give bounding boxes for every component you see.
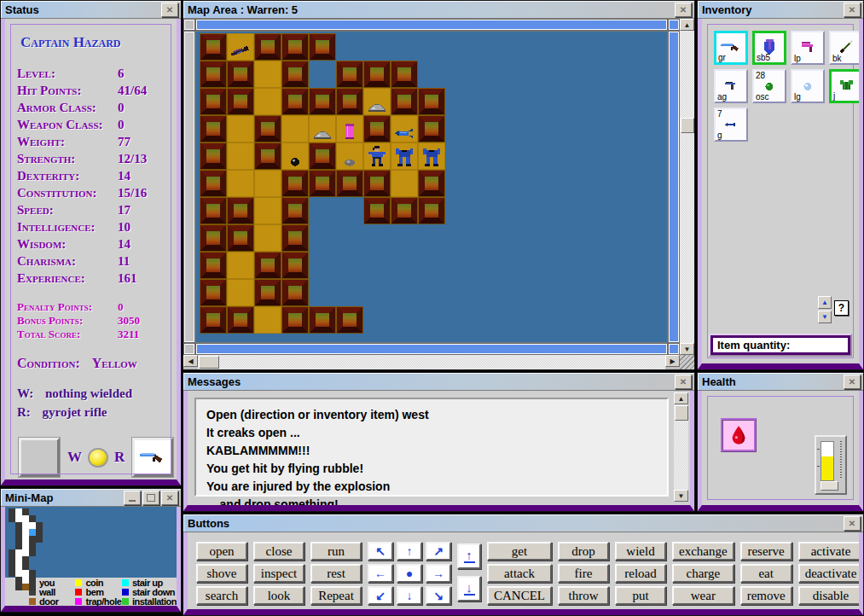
close-icon[interactable]: ✕ bbox=[844, 375, 861, 389]
hscroll-thumb[interactable] bbox=[199, 356, 219, 369]
map-hscrollbar[interactable]: ◀ ▶ bbox=[183, 355, 680, 369]
move-sw-button[interactable]: ↙ bbox=[368, 586, 393, 605]
scroll-down-icon[interactable]: ▼ bbox=[680, 343, 694, 355]
close-icon[interactable]: ✕ bbox=[844, 516, 861, 531]
move-w-button[interactable]: ← bbox=[368, 564, 393, 583]
messages-scrollbar[interactable]: ▲ ▼ bbox=[674, 392, 688, 502]
map-entity-powersuit bbox=[391, 142, 418, 170]
command-button-open[interactable]: open bbox=[196, 542, 247, 561]
vscroll-thumb[interactable] bbox=[681, 118, 694, 133]
buttons-window: Buttons ✕ openshovesearchcloseinspectloo… bbox=[183, 514, 864, 616]
inventory-slot-gr[interactable]: gr bbox=[714, 31, 748, 65]
map-vscrollbar[interactable] bbox=[680, 31, 694, 343]
minimap-window: Mini-Map ✕ youwalldoorcoinbemtrap/holest… bbox=[0, 488, 182, 613]
ready-slot[interactable] bbox=[132, 438, 173, 477]
move-ne-button[interactable]: ↗ bbox=[426, 542, 451, 561]
move-e-button[interactable]: → bbox=[426, 564, 451, 583]
command-button-charge[interactable]: charge bbox=[672, 564, 734, 583]
command-button-get[interactable]: get bbox=[487, 542, 552, 561]
command-button-repeat[interactable]: Repeat bbox=[310, 586, 362, 605]
scroll-left-icon[interactable]: ◀ bbox=[183, 355, 198, 367]
slot-count: 7 bbox=[717, 109, 722, 119]
inventory-slot-lp[interactable]: lp bbox=[791, 31, 825, 65]
vscroll-thumb[interactable] bbox=[675, 405, 688, 421]
close-icon[interactable]: ✕ bbox=[675, 3, 692, 17]
command-button-attack[interactable]: attack bbox=[487, 564, 552, 583]
inventory-slot-bk[interactable]: bk bbox=[829, 31, 863, 65]
scroll-down-icon[interactable]: ▼ bbox=[674, 490, 688, 502]
stat-label: Dexterity: bbox=[17, 169, 118, 186]
inventory-scroll-down-icon[interactable]: ▼ bbox=[818, 311, 832, 323]
inventory-slot-lg[interactable]: lg bbox=[791, 69, 825, 103]
command-button-reload[interactable]: reload bbox=[615, 564, 666, 583]
slot-label: lp bbox=[794, 54, 801, 63]
map-left-indicator[interactable] bbox=[184, 32, 194, 342]
scroll-up-icon[interactable]: ▲ bbox=[680, 19, 694, 31]
item-quantity-input[interactable]: Item quantity: bbox=[712, 337, 849, 353]
minimap-canvas[interactable] bbox=[5, 507, 177, 578]
command-button-wear[interactable]: wear bbox=[672, 586, 734, 605]
health-gauge-button[interactable] bbox=[821, 481, 838, 491]
command-button-cancel[interactable]: CANCEL bbox=[487, 586, 552, 605]
map-bottom-indicator[interactable] bbox=[196, 344, 667, 354]
move-nw-button[interactable]: ↖ bbox=[368, 542, 393, 561]
command-button-put[interactable]: put bbox=[615, 586, 666, 605]
map-tile-wall bbox=[391, 197, 418, 224]
inventory-slot-ag[interactable]: ag bbox=[714, 69, 748, 103]
legend-item: bem bbox=[75, 587, 121, 596]
command-button-deactivate[interactable]: deactivate bbox=[798, 564, 863, 583]
inventory-slot-g[interactable]: 7g bbox=[714, 108, 748, 142]
close-icon[interactable]: ✕ bbox=[161, 3, 178, 17]
scroll-right-icon[interactable]: ▶ bbox=[665, 355, 680, 367]
message-line: KABLAMMMMM!!! bbox=[206, 442, 657, 460]
command-button-exchange[interactable]: exchange bbox=[672, 542, 734, 561]
move-center-button[interactable]: ● bbox=[397, 564, 422, 583]
map-right-indicator[interactable] bbox=[669, 32, 679, 342]
command-button-activate[interactable]: activate bbox=[798, 542, 863, 561]
health-gauge[interactable] bbox=[815, 435, 847, 495]
command-button-search[interactable]: search bbox=[196, 586, 247, 605]
wielded-slot[interactable] bbox=[19, 438, 60, 477]
slot-label: lg bbox=[794, 92, 801, 102]
command-button-throw[interactable]: throw bbox=[558, 586, 609, 605]
minimize-icon[interactable] bbox=[124, 491, 141, 505]
command-button-drop[interactable]: drop bbox=[558, 542, 609, 561]
map-top-indicator[interactable] bbox=[196, 20, 667, 30]
inventory-scroll-up-icon[interactable]: ▲ bbox=[818, 296, 832, 309]
move-n-button[interactable]: ↑ bbox=[397, 542, 422, 561]
map-entity-powersuit bbox=[418, 142, 445, 170]
inventory-slot-sb5[interactable]: sb5 bbox=[752, 31, 786, 65]
map-tile-wall bbox=[227, 197, 254, 224]
command-button-shove[interactable]: shove bbox=[196, 564, 247, 583]
command-button-eat[interactable]: eat bbox=[740, 564, 792, 583]
close-icon[interactable]: ✕ bbox=[161, 491, 178, 505]
command-button-reserve[interactable]: reserve bbox=[740, 542, 792, 561]
command-button-fire[interactable]: fire bbox=[558, 564, 609, 583]
help-button[interactable]: ? bbox=[834, 300, 849, 316]
map-tile-wall bbox=[281, 197, 309, 224]
down-level-button[interactable]: ↓ bbox=[457, 576, 481, 601]
inventory-slot-j[interactable]: j bbox=[829, 69, 863, 103]
map-viewport[interactable] bbox=[195, 31, 668, 343]
slot-label: ag bbox=[717, 92, 727, 102]
move-s-button[interactable]: ↓ bbox=[397, 586, 422, 605]
command-button-remove[interactable]: remove bbox=[740, 586, 792, 605]
inventory-slot-osc[interactable]: 28osc bbox=[752, 69, 786, 103]
map-tile-floor bbox=[227, 252, 254, 279]
resize-grip[interactable] bbox=[680, 355, 694, 369]
command-button-inspect[interactable]: inspect bbox=[253, 564, 304, 583]
maximize-icon[interactable] bbox=[142, 491, 159, 505]
map-tile-wall bbox=[363, 170, 391, 197]
close-icon[interactable]: ✕ bbox=[675, 375, 692, 389]
command-button-wield[interactable]: wield bbox=[615, 542, 666, 561]
command-button-rest[interactable]: rest bbox=[310, 564, 362, 583]
command-button-run[interactable]: run bbox=[310, 542, 362, 561]
scroll-up-icon[interactable]: ▲ bbox=[674, 392, 688, 404]
move-se-button[interactable]: ↘ bbox=[426, 586, 451, 605]
command-button-disable[interactable]: disable bbox=[798, 586, 863, 605]
command-button-close[interactable]: close bbox=[253, 542, 304, 561]
up-level-button[interactable]: ↑ bbox=[457, 543, 481, 569]
close-icon[interactable]: ✕ bbox=[844, 3, 861, 17]
command-button-look[interactable]: look bbox=[253, 586, 304, 605]
button-column: wieldreloadput bbox=[615, 542, 666, 605]
